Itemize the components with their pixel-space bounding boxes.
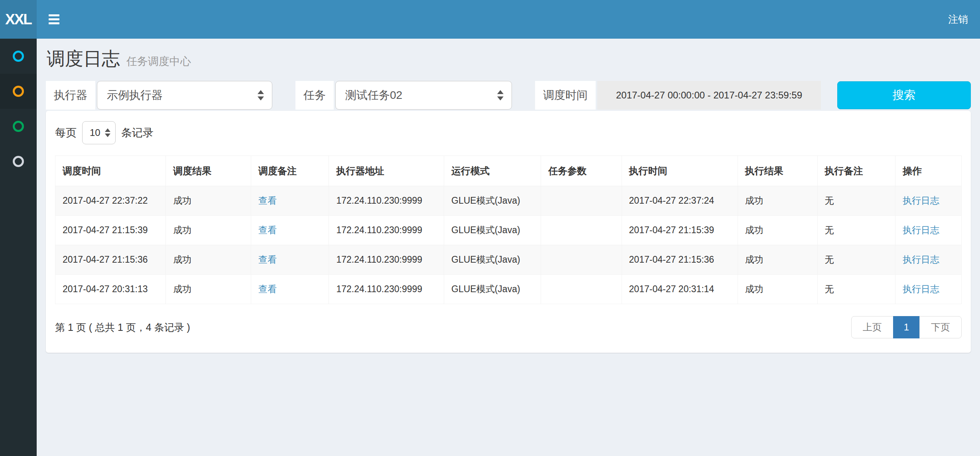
trigger-msg-link[interactable]: 查看 (258, 195, 277, 206)
cell-handle-result: 成功 (738, 245, 817, 275)
time-range-input[interactable] (597, 81, 821, 110)
cell-job-param (541, 186, 622, 216)
sidebar-item-3[interactable] (0, 109, 37, 144)
sidebar-item-2-active[interactable] (0, 74, 37, 109)
circle-icon (13, 86, 24, 97)
content-area: 调度日志 任务调度中心 执行器 示例执行器 任务 测试任务02 调度时间 (37, 39, 980, 456)
page-subtitle: 任务调度中心 (126, 54, 191, 69)
sidebar-toggle-button[interactable] (49, 14, 59, 24)
search-button[interactable]: 搜索 (837, 81, 971, 109)
cell-handle-time: 2017-04-27 21:15:36 (622, 245, 738, 275)
table-header-row: 调度时间 调度结果 调度备注 执行器地址 运行模式 任务参数 执行时间 执行结果… (55, 156, 962, 186)
cell-handle-msg: 无 (817, 275, 895, 304)
cell-handle-result: 成功 (738, 216, 817, 245)
table-row: 2017-04-27 22:37:22 成功 查看 172.24.110.230… (55, 186, 962, 216)
circle-icon (13, 156, 24, 167)
select-arrows-icon (105, 128, 110, 137)
col-job-param: 任务参数 (541, 156, 622, 186)
executor-filter-group: 执行器 示例执行器 (46, 81, 272, 110)
cell-handle-msg: 无 (817, 245, 895, 275)
trigger-msg-link[interactable]: 查看 (258, 284, 277, 294)
hamburger-icon (49, 18, 59, 20)
current-page-button[interactable]: 1 (893, 316, 920, 338)
cell-executor-address: 172.24.110.230:9999 (329, 245, 444, 275)
select-arrows-icon (258, 90, 264, 100)
col-handle-result: 执行结果 (738, 156, 817, 186)
pager: 上页 1 下页 (851, 316, 962, 338)
exec-log-link[interactable]: 执行日志 (903, 195, 939, 206)
app-logo[interactable]: XXL (0, 0, 37, 39)
exec-log-link[interactable]: 执行日志 (903, 254, 939, 265)
navbar: 注销 (37, 0, 980, 39)
logout-link[interactable]: 注销 (948, 13, 968, 26)
table-row: 2017-04-27 20:31:13 成功 查看 172.24.110.230… (55, 275, 962, 304)
time-filter-group: 调度时间 (535, 81, 821, 110)
page-size-prefix: 每页 (55, 126, 77, 140)
cell-trigger-time: 2017-04-27 21:15:36 (55, 245, 166, 275)
cell-job-param (541, 216, 622, 245)
cell-handle-result: 成功 (738, 275, 817, 304)
table-row: 2017-04-27 21:15:36 成功 查看 172.24.110.230… (55, 245, 962, 275)
next-page-button[interactable]: 下页 (919, 316, 962, 338)
circle-icon (13, 51, 24, 62)
cell-glue-type: GLUE模式(Java) (444, 275, 541, 304)
hamburger-icon (49, 14, 59, 16)
col-trigger-time: 调度时间 (55, 156, 166, 186)
select-arrows-icon (497, 90, 504, 100)
prev-page-button[interactable]: 上页 (851, 316, 893, 338)
cell-trigger-time: 2017-04-27 20:31:13 (55, 275, 166, 304)
cell-glue-type: GLUE模式(Java) (444, 186, 541, 216)
sidebar-item-4[interactable] (0, 144, 37, 179)
cell-handle-msg: 无 (817, 216, 895, 245)
page-size-suffix: 条记录 (121, 126, 153, 140)
table-row: 2017-04-27 21:15:39 成功 查看 172.24.110.230… (55, 216, 962, 245)
col-executor-address: 执行器地址 (329, 156, 444, 186)
cell-job-param (541, 245, 622, 275)
col-glue-type: 运行模式 (444, 156, 541, 186)
cell-glue-type: GLUE模式(Java) (444, 216, 541, 245)
exec-log-link[interactable]: 执行日志 (903, 284, 939, 294)
sidebar (0, 39, 37, 456)
col-handle-time: 执行时间 (622, 156, 738, 186)
cell-handle-time: 2017-04-27 21:15:39 (622, 216, 738, 245)
cell-executor-address: 172.24.110.230:9999 (329, 216, 444, 245)
job-select[interactable]: 测试任务02 (335, 81, 512, 110)
page-header: 调度日志 任务调度中心 (46, 39, 971, 71)
trigger-msg-link[interactable]: 查看 (258, 225, 277, 235)
dispatch-log-table: 调度时间 调度结果 调度备注 执行器地址 运行模式 任务参数 执行时间 执行结果… (55, 155, 962, 304)
page-title: 调度日志 (47, 47, 120, 71)
pagination-row: 第 1 页 ( 总共 1 页，4 条记录 ) 上页 1 下页 (55, 316, 962, 338)
cell-handle-time: 2017-04-27 22:37:24 (622, 186, 738, 216)
cell-trigger-result: 成功 (166, 186, 251, 216)
cell-trigger-result: 成功 (166, 216, 251, 245)
cell-executor-address: 172.24.110.230:9999 (329, 275, 444, 304)
cell-handle-time: 2017-04-27 20:31:14 (622, 275, 738, 304)
job-select-value: 测试任务02 (345, 88, 402, 103)
page-size-select[interactable]: 10 (82, 121, 116, 144)
page-size-row: 每页 10 条记录 (55, 121, 962, 144)
cell-trigger-time: 2017-04-27 21:15:39 (55, 216, 166, 245)
cell-job-param (541, 275, 622, 304)
page-size-value: 10 (90, 127, 100, 138)
hamburger-icon (49, 22, 59, 24)
main-layout: 调度日志 任务调度中心 执行器 示例执行器 任务 测试任务02 调度时间 (0, 39, 980, 456)
cell-glue-type: GLUE模式(Java) (444, 245, 541, 275)
cell-executor-address: 172.24.110.230:9999 (329, 186, 444, 216)
cell-trigger-time: 2017-04-27 22:37:22 (55, 186, 166, 216)
exec-log-link[interactable]: 执行日志 (903, 225, 939, 235)
filter-toolbar: 执行器 示例执行器 任务 测试任务02 调度时间 搜索 (46, 81, 971, 110)
executor-select[interactable]: 示例执行器 (97, 81, 272, 110)
pagination-info: 第 1 页 ( 总共 1 页，4 条记录 ) (55, 321, 190, 334)
col-trigger-msg: 调度备注 (251, 156, 329, 186)
cell-trigger-result: 成功 (166, 275, 251, 304)
job-filter-label: 任务 (295, 81, 334, 110)
job-filter-group: 任务 测试任务02 (295, 81, 512, 110)
log-panel: 每页 10 条记录 调度时间 调度结果 (46, 111, 971, 353)
trigger-msg-link[interactable]: 查看 (258, 254, 277, 265)
cell-handle-msg: 无 (817, 186, 895, 216)
col-action: 操作 (895, 156, 962, 186)
col-handle-msg: 执行备注 (817, 156, 895, 186)
sidebar-item-1[interactable] (0, 39, 37, 74)
executor-select-value: 示例执行器 (107, 88, 163, 103)
col-trigger-result: 调度结果 (166, 156, 251, 186)
